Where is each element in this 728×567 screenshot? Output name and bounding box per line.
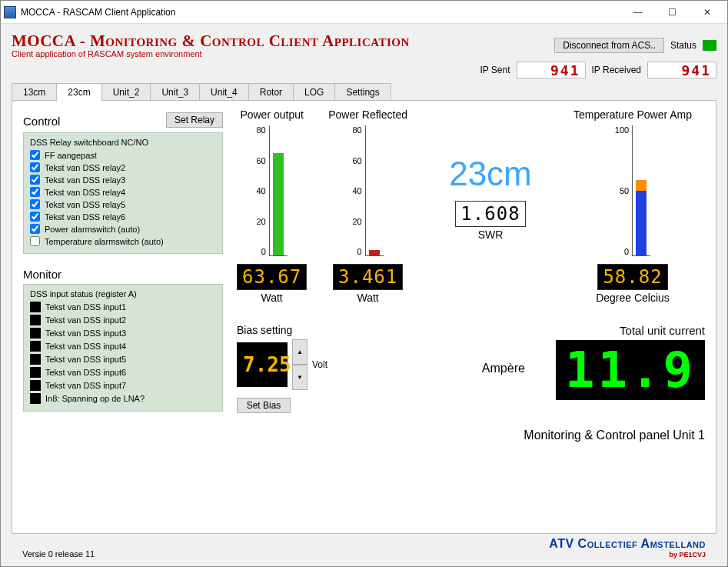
tab-unit3[interactable]: Unit_3 [150, 83, 200, 101]
set-relay-button[interactable]: Set Relay [166, 112, 223, 128]
tab-log[interactable]: LOG [293, 83, 335, 101]
tab-settings[interactable]: Settings [334, 83, 391, 101]
status-square-icon [30, 315, 41, 325]
monitor-item-label: Tekst van DSS input6 [45, 368, 126, 377]
tab-rotor[interactable]: Rotor [248, 83, 294, 101]
monitor-item: Tekst van DSS input2 [30, 315, 216, 325]
relay-item[interactable]: Tekst van DSS relay6 [30, 212, 216, 222]
relay-checkbox[interactable] [30, 224, 40, 234]
relay-item[interactable]: Power alarmswitch (auto) [30, 224, 216, 234]
window-close-button[interactable]: ✕ [690, 2, 724, 23]
power-output-unit: Watt [261, 292, 282, 304]
monitor-item-label: Tekst van DSS input5 [45, 355, 126, 364]
relay-item[interactable]: Tekst van DSS relay3 [30, 175, 216, 185]
monitor-item-label: Tekst van DSS input2 [45, 315, 126, 325]
tab-23cm[interactable]: 23cm [56, 83, 101, 101]
gauge-ticks: 100 50 0 [615, 125, 629, 256]
monitor-panel: DSS input status (register A) Tekst van … [23, 284, 223, 412]
relay-panel: DSS Relay switchboard NC/NO FF aangepast… [23, 132, 223, 254]
power-output-readout: 63.67 [237, 264, 307, 290]
band-label: 23cm [429, 108, 552, 193]
swr-readout: 1.608 [455, 201, 525, 227]
monitor-item: Tekst van DSS input5 [30, 354, 216, 365]
relay-item-label: Power alarmswitch (auto) [45, 225, 140, 234]
monitor-item: In8: Spanning op de LNA? [30, 393, 216, 404]
relay-checkbox[interactable] [30, 199, 40, 209]
temp-bar-blue [636, 191, 647, 256]
monitor-item-label: Tekst van DSS input3 [45, 329, 126, 338]
temperature-readout: 58.82 [597, 264, 667, 290]
status-indicator-icon [703, 40, 716, 51]
gauge-temperature: Temperature Power Amp 100 50 0 [573, 108, 692, 304]
total-current-title: Total unit current [620, 324, 705, 337]
status-square-icon [30, 341, 41, 352]
relay-item-label: Tekst van DSS relay2 [45, 163, 125, 172]
tab-unit4[interactable]: Unit_4 [199, 83, 249, 101]
status-square-icon [30, 380, 41, 391]
gauge-ticks: 80 60 40 20 0 [257, 125, 266, 256]
monitor-item: Tekst van DSS input4 [30, 341, 216, 352]
relay-checkbox[interactable] [30, 212, 40, 222]
status-square-icon [30, 393, 41, 404]
monitor-item-label: Tekst van DSS input7 [45, 381, 126, 390]
relay-checkbox[interactable] [30, 187, 40, 197]
brand-name: ATV Collectief Amstelland [549, 537, 706, 551]
status-square-icon [30, 302, 41, 312]
window-minimize-button[interactable]: — [620, 2, 655, 23]
status-square-icon [30, 367, 41, 378]
relay-checkbox[interactable] [30, 162, 40, 172]
monitor-title: Monitor [23, 268, 223, 281]
bias-unit: Volt [312, 359, 327, 370]
power-reflected-unit: Watt [357, 292, 378, 304]
gauge-power-output: Power output 80 60 40 20 0 63.67 [237, 108, 307, 304]
bias-down-button[interactable]: ▼ [292, 365, 307, 390]
relay-item[interactable]: Tekst van DSS relay4 [30, 187, 216, 197]
temperature-unit: Degree Celcius [596, 292, 670, 304]
relay-item-label: Tekst van DSS relay5 [45, 200, 125, 209]
relay-checkbox[interactable] [30, 150, 40, 160]
total-current-unit: Ampère [482, 362, 525, 375]
gauge-title: Temperature Power Amp [573, 108, 692, 121]
ip-sent-label: IP Sent [480, 65, 510, 75]
relay-item[interactable]: Temperature alarmswitch (auto) [30, 236, 216, 246]
relay-item[interactable]: Tekst van DSS relay2 [30, 162, 216, 172]
version-label: Versie 0 release 11 [22, 549, 95, 559]
tab-bar: 13cm 23cm Unit_2 Unit_3 Unit_4 Rotor LOG… [12, 83, 716, 101]
relay-panel-title: DSS Relay switchboard NC/NO [30, 138, 216, 147]
app-icon [4, 6, 16, 18]
gauge-bar [273, 153, 284, 256]
ip-received-value: 941 [647, 62, 716, 78]
relay-checkbox[interactable] [30, 236, 40, 246]
total-current-readout: 11.9 [556, 340, 705, 400]
panel-caption: Monitoring & Control panel Unit 1 [237, 429, 705, 442]
bias-up-button[interactable]: ▲ [292, 339, 307, 365]
power-reflected-readout: 3.461 [333, 264, 403, 290]
disconnect-button[interactable]: Disconnect from ACS.. [554, 38, 664, 53]
relay-item[interactable]: FF aangepast [30, 150, 216, 160]
monitor-item: Tekst van DSS input1 [30, 302, 216, 312]
monitor-item: Tekst van DSS input7 [30, 380, 216, 391]
window-title-bar: MOCCA - RASCAM Client Application — ☐ ✕ [1, 1, 727, 24]
gauge-bar [369, 250, 380, 255]
status-square-icon [30, 354, 41, 365]
set-bias-button[interactable]: Set Bias [237, 398, 291, 413]
control-title: Control [23, 115, 60, 128]
status-square-icon [30, 328, 41, 339]
tab-unit2[interactable]: Unit_2 [101, 83, 151, 101]
monitor-item-label: In8: Spanning op de LNA? [45, 394, 145, 403]
relay-item[interactable]: Tekst van DSS relay5 [30, 199, 216, 209]
bias-block: Bias setting 7.25 ▲ ▼ Volt Set Bias [237, 324, 327, 413]
swr-unit: SWR [478, 228, 504, 241]
monitor-panel-title: DSS input status (register A) [30, 289, 216, 299]
swr-block: 23cm 1.608 SWR [429, 108, 552, 241]
bias-value: 7.25 [237, 342, 288, 387]
relay-item-label: Tekst van DSS relay6 [45, 212, 125, 222]
relay-item-label: Tekst van DSS relay4 [45, 188, 125, 197]
relay-item-label: Temperature alarmswitch (auto) [45, 237, 164, 246]
window-maximize-button[interactable]: ☐ [655, 2, 690, 23]
monitor-item-label: Tekst van DSS input4 [45, 342, 126, 351]
relay-checkbox[interactable] [30, 175, 40, 185]
status-label: Status [670, 40, 696, 51]
tab-13cm[interactable]: 13cm [12, 83, 57, 101]
ip-sent-value: 941 [517, 62, 586, 78]
